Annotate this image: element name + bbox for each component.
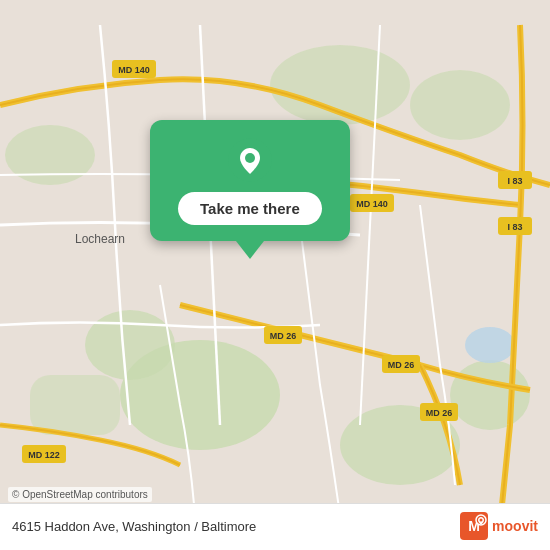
svg-text:MD 140: MD 140 <box>118 65 150 75</box>
svg-text:MD 140: MD 140 <box>356 199 388 209</box>
popup-box: Take me there <box>150 120 350 241</box>
svg-text:MD 122: MD 122 <box>28 450 60 460</box>
svg-text:MD 26: MD 26 <box>388 360 415 370</box>
svg-text:MD 26: MD 26 <box>270 331 297 341</box>
bottom-bar: 4615 Haddon Ave, Washington / Baltimore … <box>0 503 550 550</box>
svg-text:I 83: I 83 <box>507 176 522 186</box>
osm-credit: © OpenStreetMap contributors <box>8 487 152 502</box>
svg-point-2 <box>85 310 175 380</box>
location-pin-icon <box>228 138 272 182</box>
svg-point-34 <box>480 519 483 522</box>
moovit-logo: M moovit <box>460 512 538 540</box>
svg-rect-8 <box>30 375 120 435</box>
moovit-label: moovit <box>492 518 538 534</box>
map-container: MD 140 MD 140 MD 140 MD 26 MD 26 MD 26 M… <box>0 0 550 550</box>
svg-text:I 83: I 83 <box>507 222 522 232</box>
svg-point-7 <box>5 125 95 185</box>
svg-text:Lochearn: Lochearn <box>75 232 125 246</box>
svg-point-9 <box>465 327 515 363</box>
map-background: MD 140 MD 140 MD 140 MD 26 MD 26 MD 26 M… <box>0 0 550 550</box>
location-popup: Take me there <box>150 120 350 259</box>
svg-point-4 <box>450 360 530 430</box>
svg-text:MD 26: MD 26 <box>426 408 453 418</box>
svg-point-30 <box>245 153 255 163</box>
popup-tail <box>236 241 264 259</box>
moovit-brand-icon: M <box>460 512 488 540</box>
take-me-there-button[interactable]: Take me there <box>178 192 322 225</box>
svg-point-6 <box>410 70 510 140</box>
address-text: 4615 Haddon Ave, Washington / Baltimore <box>12 519 256 534</box>
